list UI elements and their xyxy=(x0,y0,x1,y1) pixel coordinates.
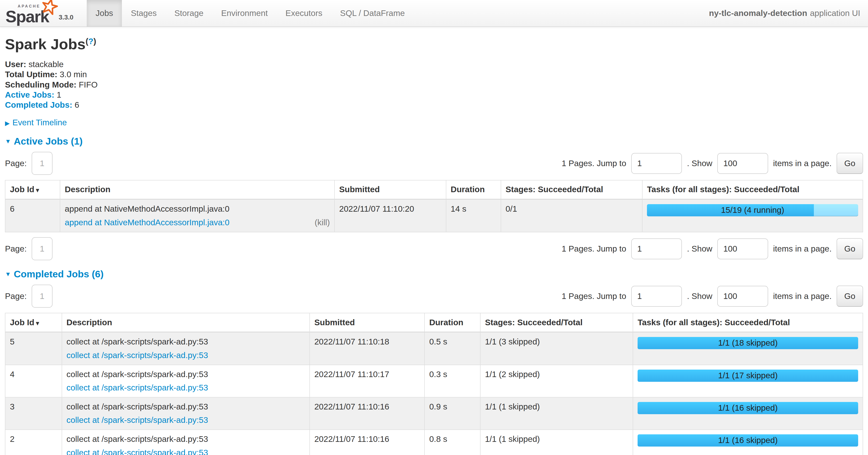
items-per-page-input[interactable] xyxy=(717,286,768,307)
info-item: Completed Jobs: 6 xyxy=(5,100,863,110)
page-title: Spark Jobs(?) xyxy=(5,35,863,53)
info-label: User: xyxy=(5,60,26,69)
pagination-controls: 1 Pages. Jump to . Show items in a page.… xyxy=(562,286,863,307)
items-per-page-input[interactable] xyxy=(717,238,768,259)
tab-storage[interactable]: Storage xyxy=(165,0,212,27)
stages-cell: 1/1 (3 skipped) xyxy=(480,332,633,365)
col-description[interactable]: Description xyxy=(62,313,310,332)
job-id-cell: 6 xyxy=(5,199,60,232)
pagination-controls: 1 Pages. Jump to . Show items in a page.… xyxy=(562,238,863,259)
go-button[interactable]: Go xyxy=(837,153,863,174)
jump-to-page-input[interactable] xyxy=(631,153,682,174)
col-submitted[interactable]: Submitted xyxy=(335,180,446,199)
application-name-text: ny-tlc-anomaly-detection xyxy=(709,8,807,18)
show-text: . Show xyxy=(687,244,712,254)
col-duration[interactable]: Duration xyxy=(446,180,501,199)
sort-desc-icon: ▾ xyxy=(36,187,39,194)
tasks-cell: 15/19 (4 running) xyxy=(642,199,863,232)
tab-executors[interactable]: Executors xyxy=(277,0,331,27)
tasks-progress-bar: 15/19 (4 running) xyxy=(647,204,858,216)
stages-cell: 1/1 (2 skipped) xyxy=(480,365,633,397)
job-row: 6append at NativeMethodAccessorImpl.java… xyxy=(5,199,863,232)
page-root: APACHE Spark 3.3.0 JobsStagesStorageEnvi… xyxy=(0,0,868,455)
duration-cell: 0.9 s xyxy=(425,397,480,430)
job-detail-link[interactable]: collect at /spark-scripts/spark-ad.py:53 xyxy=(67,383,208,393)
items-text: items in a page. xyxy=(773,159,832,168)
col-duration[interactable]: Duration xyxy=(425,313,480,332)
pages-count-text: 1 Pages. Jump to xyxy=(562,291,626,301)
event-timeline-toggle[interactable]: ▶Event Timeline xyxy=(5,118,863,127)
go-button[interactable]: Go xyxy=(837,286,863,307)
job-detail-link[interactable]: append at NativeMethodAccessorImpl.java:… xyxy=(65,218,229,227)
info-label: Total Uptime: xyxy=(5,70,57,79)
main-content: Spark Jobs(?) User: stackableTotal Uptim… xyxy=(0,35,868,455)
job-row: 5collect at /spark-scripts/spark-ad.py:5… xyxy=(5,332,863,365)
help-link[interactable]: ? xyxy=(88,37,94,46)
col-job-id[interactable]: Job Id▾ xyxy=(5,180,60,199)
pagination-row: Page: 1 Pages. Jump to . Show items in a… xyxy=(5,237,863,260)
pages-count-text: 1 Pages. Jump to xyxy=(562,159,626,168)
submitted-cell: 2022/11/07 11:10:17 xyxy=(310,365,425,397)
stages-cell: 1/1 (1 skipped) xyxy=(480,397,633,430)
kill-link[interactable]: (kill) xyxy=(315,218,330,227)
job-detail-link[interactable]: collect at /spark-scripts/spark-ad.py:53 xyxy=(67,415,208,425)
description-cell: collect at /spark-scripts/spark-ad.py:53… xyxy=(62,365,310,397)
sort-desc-icon: ▾ xyxy=(36,320,39,326)
description-cell: collect at /spark-scripts/spark-ad.py:53… xyxy=(62,332,310,365)
description-line2: append at NativeMethodAccessorImpl.java:… xyxy=(65,218,330,227)
active-jobs-pagination-top: Page: 1 Pages. Jump to . Show items in a… xyxy=(5,152,863,175)
table-header-row: Job Id▾ Description Submitted Duration S… xyxy=(5,313,863,332)
tasks-progress-bar: 1/1 (16 skipped) xyxy=(638,402,858,414)
page-number-input[interactable] xyxy=(32,237,53,260)
tab-sql-dataframe[interactable]: SQL / DataFrame xyxy=(331,0,414,27)
description-line2: collect at /spark-scripts/spark-ad.py:53 xyxy=(67,415,305,425)
col-submitted[interactable]: Submitted xyxy=(310,313,425,332)
col-stages[interactable]: Stages: Succeeded/Total xyxy=(480,313,633,332)
nav-tabs: JobsStagesStorageEnvironmentExecutorsSQL… xyxy=(87,0,414,27)
info-value: FIFO xyxy=(79,80,98,89)
col-tasks[interactable]: Tasks (for all stages): Succeeded/Total xyxy=(642,180,863,199)
job-detail-link[interactable]: collect at /spark-scripts/spark-ad.py:53 xyxy=(67,350,208,360)
page-number-input[interactable] xyxy=(32,285,53,308)
pagination-row: Page: 1 Pages. Jump to . Show items in a… xyxy=(5,285,863,308)
collapsed-arrow-icon: ▶ xyxy=(5,120,10,127)
col-job-id[interactable]: Job Id▾ xyxy=(5,313,62,332)
col-description[interactable]: Description xyxy=(60,180,335,199)
completed-jobs-pagination-top: Page: 1 Pages. Jump to . Show items in a… xyxy=(5,285,863,308)
completed-jobs-table: Job Id▾ Description Submitted Duration S… xyxy=(5,313,863,455)
items-per-page-input[interactable] xyxy=(717,153,768,174)
tab-jobs[interactable]: Jobs xyxy=(87,0,122,27)
job-id-cell: 3 xyxy=(5,397,62,430)
spark-version: 3.3.0 xyxy=(57,13,73,24)
info-label-link[interactable]: Active Jobs: xyxy=(5,90,54,99)
col-stages[interactable]: Stages: Succeeded/Total xyxy=(501,180,643,199)
page-number-input[interactable] xyxy=(32,152,53,175)
description-line2: collect at /spark-scripts/spark-ad.py:53 xyxy=(67,350,305,360)
description-text: collect at /spark-scripts/spark-ad.py:53 xyxy=(67,337,305,347)
progress-label: 15/19 (4 running) xyxy=(647,204,858,216)
job-detail-link[interactable]: collect at /spark-scripts/spark-ad.py:53 xyxy=(67,448,208,455)
info-label-link[interactable]: Completed Jobs: xyxy=(5,100,72,110)
page-indicator: Page: xyxy=(5,237,53,260)
info-value: stackable xyxy=(29,60,64,69)
jump-to-page-input[interactable] xyxy=(631,286,682,307)
page-label: Page: xyxy=(5,291,27,301)
job-row: 2collect at /spark-scripts/spark-ad.py:5… xyxy=(5,430,863,455)
submitted-cell: 2022/11/07 11:10:16 xyxy=(310,430,425,455)
summary-info-list: User: stackableTotal Uptime: 3.0 minSche… xyxy=(5,59,863,110)
description-text: append at NativeMethodAccessorImpl.java:… xyxy=(65,204,330,214)
info-item: Total Uptime: 3.0 min xyxy=(5,69,863,80)
tab-environment[interactable]: Environment xyxy=(212,0,277,27)
col-tasks[interactable]: Tasks (for all stages): Succeeded/Total xyxy=(633,313,863,332)
tab-stages[interactable]: Stages xyxy=(122,0,165,27)
items-text: items in a page. xyxy=(773,291,832,301)
info-value: 6 xyxy=(74,100,79,110)
jump-to-page-input[interactable] xyxy=(631,238,682,259)
description-cell: append at NativeMethodAccessorImpl.java:… xyxy=(60,199,335,232)
duration-cell: 0.3 s xyxy=(425,365,480,397)
active-jobs-heading[interactable]: ▼Active Jobs (1) xyxy=(5,136,863,147)
tasks-progress-bar: 1/1 (16 skipped) xyxy=(638,434,858,447)
job-id-cell: 4 xyxy=(5,365,62,397)
go-button[interactable]: Go xyxy=(837,238,863,259)
completed-jobs-heading[interactable]: ▼Completed Jobs (6) xyxy=(5,269,863,280)
